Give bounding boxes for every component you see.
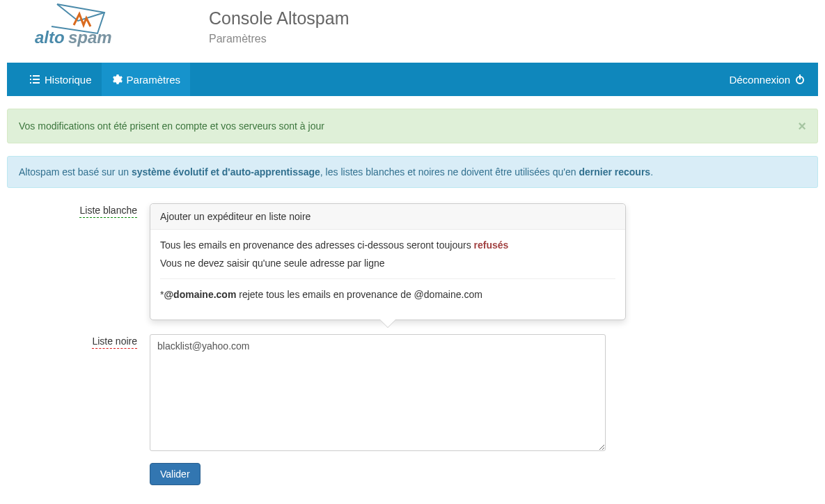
power-icon (794, 74, 806, 85)
nav-logout[interactable]: Déconnexion (716, 63, 818, 96)
page-header: alto spam Console Altospam Paramètres (0, 0, 825, 63)
alert-info: Altospam est basé sur un système évoluti… (7, 156, 818, 188)
svg-rect-4 (30, 79, 31, 80)
nav-parametres-label: Paramètres (127, 74, 181, 86)
popover-line1-pre: Tous les emails en provenance des adress… (160, 239, 474, 251)
blacklist-row: Liste noire Valider (7, 334, 818, 485)
blacklist-textarea[interactable] (150, 334, 606, 451)
gear-icon (111, 74, 123, 85)
logo: alto spam (28, 0, 125, 56)
blacklist-label: Liste noire (7, 334, 150, 347)
submit-button[interactable]: Valider (150, 463, 201, 485)
alert-info-strong2: dernier recours (579, 166, 650, 178)
svg-rect-7 (33, 82, 40, 84)
popover-line3-rest: rejete tous les emails en provenance de … (236, 289, 482, 300)
popover-line1-strong: refusés (474, 239, 509, 251)
svg-text:alto: alto (35, 28, 65, 47)
nav-historique-label: Historique (45, 74, 92, 86)
alert-info-strong1: système évolutif et d'auto-apprentissage (132, 166, 320, 178)
nav-parametres[interactable]: Paramètres (102, 63, 191, 96)
close-icon[interactable]: × (798, 119, 806, 133)
header-titles: Console Altospam Paramètres (209, 0, 349, 45)
list-icon (29, 74, 40, 85)
svg-text:spam: spam (68, 28, 112, 47)
nav-historique[interactable]: Historique (19, 63, 102, 96)
alert-info-end: . (650, 166, 653, 178)
svg-rect-3 (33, 75, 40, 77)
blacklist-label-text[interactable]: Liste noire (92, 336, 137, 349)
alert-success: Vos modifications ont été prisent en com… (7, 109, 818, 143)
alert-info-pre: Altospam est basé sur un (19, 166, 132, 178)
popover-blacklist-help: Ajouter un expéditeur en liste noire Tou… (150, 203, 626, 320)
alert-info-mid: , les listes blanches et noires ne doive… (320, 166, 579, 178)
page-subtitle: Paramètres (209, 33, 349, 45)
popover-line3-strong: @domaine.com (164, 289, 236, 300)
svg-rect-2 (30, 75, 31, 77)
popover-title: Ajouter un expéditeur en liste noire (150, 204, 625, 230)
popover-body: Tous les emails en provenance des adress… (150, 230, 625, 320)
whitelist-label: Liste blanche (7, 203, 150, 216)
whitelist-label-text[interactable]: Liste blanche (79, 205, 137, 218)
svg-rect-6 (30, 82, 31, 84)
whitelist-row: Liste blanche Ajouter un expéditeur en l… (7, 203, 818, 329)
content: Vos modifications ont été prisent en com… (0, 96, 825, 504)
alert-success-text: Vos modifications ont été prisent en com… (19, 120, 324, 132)
popover-line2: Vous ne devez saisir qu'une seule adress… (160, 258, 615, 269)
navbar: Historique Paramètres Déconnexion (7, 63, 818, 96)
page-title: Console Altospam (209, 8, 349, 29)
svg-rect-5 (33, 79, 40, 80)
nav-logout-label: Déconnexion (729, 74, 790, 86)
